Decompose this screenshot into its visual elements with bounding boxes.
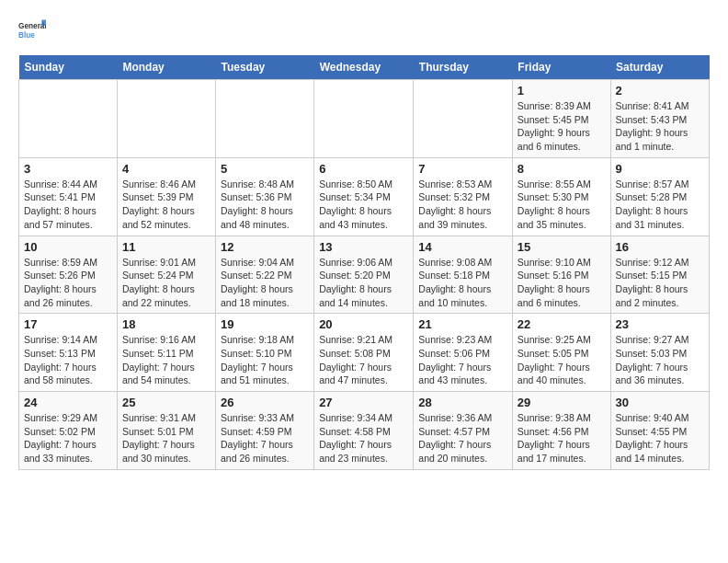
calendar-cell xyxy=(117,80,215,158)
calendar-cell: 16Sunrise: 9:12 AM Sunset: 5:15 PM Dayli… xyxy=(610,236,709,314)
calendar-cell xyxy=(414,80,513,158)
day-number: 9 xyxy=(616,162,704,176)
page-header: General Blue xyxy=(18,18,710,46)
day-number: 23 xyxy=(616,317,704,331)
day-number: 12 xyxy=(221,240,309,254)
day-number: 11 xyxy=(122,240,210,254)
day-detail: Sunrise: 9:38 AM Sunset: 4:56 PM Dayligh… xyxy=(518,411,606,465)
calendar-cell: 13Sunrise: 9:06 AM Sunset: 5:20 PM Dayli… xyxy=(314,236,414,314)
day-detail: Sunrise: 9:34 AM Sunset: 4:58 PM Dayligh… xyxy=(319,411,408,465)
calendar-cell: 15Sunrise: 9:10 AM Sunset: 5:16 PM Dayli… xyxy=(512,236,610,314)
day-number: 3 xyxy=(24,162,112,176)
day-detail: Sunrise: 9:10 AM Sunset: 5:16 PM Dayligh… xyxy=(518,256,606,310)
day-detail: Sunrise: 9:25 AM Sunset: 5:05 PM Dayligh… xyxy=(518,333,606,387)
col-header-thursday: Thursday xyxy=(414,55,513,80)
calendar-cell: 25Sunrise: 9:31 AM Sunset: 5:01 PM Dayli… xyxy=(117,392,215,470)
day-number: 26 xyxy=(221,396,309,409)
day-number: 18 xyxy=(122,317,210,331)
col-header-monday: Monday xyxy=(117,55,215,80)
day-detail: Sunrise: 9:18 AM Sunset: 5:10 PM Dayligh… xyxy=(221,333,309,387)
day-detail: Sunrise: 8:57 AM Sunset: 5:28 PM Dayligh… xyxy=(616,178,704,232)
day-number: 15 xyxy=(518,240,606,254)
day-number: 10 xyxy=(24,240,112,254)
calendar-week-5: 24Sunrise: 9:29 AM Sunset: 5:02 PM Dayli… xyxy=(19,392,710,470)
calendar-cell: 3Sunrise: 8:44 AM Sunset: 5:41 PM Daylig… xyxy=(19,157,118,236)
day-detail: Sunrise: 8:50 AM Sunset: 5:34 PM Dayligh… xyxy=(319,178,408,232)
calendar-week-1: 1Sunrise: 8:39 AM Sunset: 5:45 PM Daylig… xyxy=(19,80,710,158)
day-detail: Sunrise: 8:39 AM Sunset: 5:45 PM Dayligh… xyxy=(518,99,606,154)
calendar-cell: 14Sunrise: 9:08 AM Sunset: 5:18 PM Dayli… xyxy=(414,236,513,314)
day-number: 7 xyxy=(418,162,507,176)
day-number: 6 xyxy=(319,162,408,176)
calendar-cell: 29Sunrise: 9:38 AM Sunset: 4:56 PM Dayli… xyxy=(512,392,610,470)
col-header-sunday: Sunday xyxy=(19,55,118,80)
calendar-cell: 6Sunrise: 8:50 AM Sunset: 5:34 PM Daylig… xyxy=(314,157,414,236)
day-detail: Sunrise: 9:31 AM Sunset: 5:01 PM Dayligh… xyxy=(122,411,210,465)
day-detail: Sunrise: 9:40 AM Sunset: 4:55 PM Dayligh… xyxy=(616,411,704,465)
calendar-cell: 7Sunrise: 8:53 AM Sunset: 5:32 PM Daylig… xyxy=(414,157,513,236)
day-detail: Sunrise: 9:27 AM Sunset: 5:03 PM Dayligh… xyxy=(616,333,704,387)
day-number: 8 xyxy=(518,162,606,176)
day-number: 17 xyxy=(24,317,112,331)
day-detail: Sunrise: 8:53 AM Sunset: 5:32 PM Dayligh… xyxy=(418,178,507,232)
day-number: 24 xyxy=(24,396,112,409)
calendar-cell: 4Sunrise: 8:46 AM Sunset: 5:39 PM Daylig… xyxy=(117,157,215,236)
calendar-cell xyxy=(19,80,118,158)
day-detail: Sunrise: 9:33 AM Sunset: 4:59 PM Dayligh… xyxy=(221,411,309,465)
day-detail: Sunrise: 9:08 AM Sunset: 5:18 PM Dayligh… xyxy=(418,256,507,310)
day-detail: Sunrise: 8:48 AM Sunset: 5:36 PM Dayligh… xyxy=(221,178,309,232)
calendar-cell: 8Sunrise: 8:55 AM Sunset: 5:30 PM Daylig… xyxy=(512,157,610,236)
col-header-friday: Friday xyxy=(512,55,610,80)
day-detail: Sunrise: 8:46 AM Sunset: 5:39 PM Dayligh… xyxy=(122,178,210,232)
day-number: 30 xyxy=(616,396,704,409)
calendar-cell: 12Sunrise: 9:04 AM Sunset: 5:22 PM Dayli… xyxy=(215,236,313,314)
calendar-cell: 21Sunrise: 9:23 AM Sunset: 5:06 PM Dayli… xyxy=(414,314,513,392)
col-header-wednesday: Wednesday xyxy=(314,55,414,80)
day-number: 14 xyxy=(418,240,507,254)
calendar-cell: 24Sunrise: 9:29 AM Sunset: 5:02 PM Dayli… xyxy=(19,392,118,470)
day-number: 19 xyxy=(221,317,309,331)
calendar-cell: 11Sunrise: 9:01 AM Sunset: 5:24 PM Dayli… xyxy=(117,236,215,314)
calendar-cell xyxy=(215,80,313,158)
day-number: 13 xyxy=(319,240,408,254)
day-detail: Sunrise: 9:01 AM Sunset: 5:24 PM Dayligh… xyxy=(122,256,210,310)
calendar-cell: 10Sunrise: 8:59 AM Sunset: 5:26 PM Dayli… xyxy=(19,236,118,314)
day-detail: Sunrise: 9:06 AM Sunset: 5:20 PM Dayligh… xyxy=(319,256,408,310)
calendar-cell: 23Sunrise: 9:27 AM Sunset: 5:03 PM Dayli… xyxy=(610,314,709,392)
calendar-week-4: 17Sunrise: 9:14 AM Sunset: 5:13 PM Dayli… xyxy=(19,314,710,392)
day-detail: Sunrise: 9:36 AM Sunset: 4:57 PM Dayligh… xyxy=(418,411,507,465)
day-detail: Sunrise: 9:23 AM Sunset: 5:06 PM Dayligh… xyxy=(418,333,507,387)
col-header-tuesday: Tuesday xyxy=(215,55,313,80)
day-number: 4 xyxy=(122,162,210,176)
day-number: 5 xyxy=(221,162,309,176)
svg-text:Blue: Blue xyxy=(18,31,35,40)
calendar-cell: 18Sunrise: 9:16 AM Sunset: 5:11 PM Dayli… xyxy=(117,314,215,392)
calendar-cell: 5Sunrise: 8:48 AM Sunset: 5:36 PM Daylig… xyxy=(215,157,313,236)
calendar-cell xyxy=(314,80,414,158)
day-number: 27 xyxy=(319,396,408,409)
calendar-week-3: 10Sunrise: 8:59 AM Sunset: 5:26 PM Dayli… xyxy=(19,236,710,314)
day-detail: Sunrise: 9:14 AM Sunset: 5:13 PM Dayligh… xyxy=(24,333,112,387)
calendar-cell: 30Sunrise: 9:40 AM Sunset: 4:55 PM Dayli… xyxy=(610,392,709,470)
logo-icon: General Blue xyxy=(18,18,46,46)
day-number: 16 xyxy=(616,240,704,254)
day-number: 1 xyxy=(518,84,606,98)
calendar-cell: 26Sunrise: 9:33 AM Sunset: 4:59 PM Dayli… xyxy=(215,392,313,470)
day-number: 21 xyxy=(418,317,507,331)
calendar-table: SundayMondayTuesdayWednesdayThursdayFrid… xyxy=(18,55,710,470)
day-detail: Sunrise: 9:04 AM Sunset: 5:22 PM Dayligh… xyxy=(221,256,309,310)
calendar-cell: 17Sunrise: 9:14 AM Sunset: 5:13 PM Dayli… xyxy=(19,314,118,392)
calendar-body: 1Sunrise: 8:39 AM Sunset: 5:45 PM Daylig… xyxy=(19,80,710,470)
calendar-week-2: 3Sunrise: 8:44 AM Sunset: 5:41 PM Daylig… xyxy=(19,157,710,236)
day-number: 29 xyxy=(518,396,606,409)
calendar-cell: 9Sunrise: 8:57 AM Sunset: 5:28 PM Daylig… xyxy=(610,157,709,236)
day-detail: Sunrise: 8:55 AM Sunset: 5:30 PM Dayligh… xyxy=(518,178,606,232)
day-detail: Sunrise: 9:16 AM Sunset: 5:11 PM Dayligh… xyxy=(122,333,210,387)
day-number: 20 xyxy=(319,317,408,331)
day-number: 25 xyxy=(122,396,210,409)
day-number: 22 xyxy=(518,317,606,331)
calendar-cell: 1Sunrise: 8:39 AM Sunset: 5:45 PM Daylig… xyxy=(512,80,610,158)
calendar-cell: 2Sunrise: 8:41 AM Sunset: 5:43 PM Daylig… xyxy=(610,80,709,158)
day-detail: Sunrise: 9:29 AM Sunset: 5:02 PM Dayligh… xyxy=(24,411,112,465)
day-number: 28 xyxy=(418,396,507,409)
